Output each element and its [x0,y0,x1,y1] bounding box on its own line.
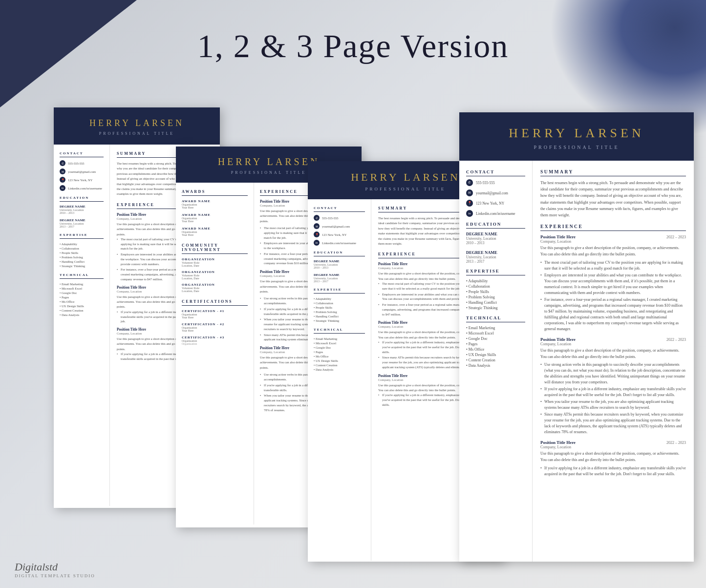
sk4-5: Handling Conflict [466,300,525,305]
cert-name-2: CERTIFICATION - #2 [182,322,248,326]
tech-pages: Pages [60,295,104,299]
sk3-6: Strategic Thinking [314,318,365,323]
sk4-4: Problem Solving [466,294,525,300]
t4-2: Microsoft Excel [466,331,525,336]
p4-b2: Employers are interested in your abiliti… [540,273,686,296]
edu-item-2: DEGREE NAME University, Location 2013 – … [60,218,104,228]
sk4-2: Collaboration [466,284,525,289]
resume-page-4: HERRY LARSEN PROFESSIONAL TITLE CONTACT … [459,112,694,562]
main-4: SUMMARY The best resumes begin with a st… [533,161,694,562]
page-header: 1, 2 & 3 Page Version [197,27,509,65]
t4-3: Google Doc [466,336,525,341]
tech-data: Data Analysis [60,313,104,317]
edu-item-3a: DEGREE NAME University, Location 2010 – … [314,259,365,269]
t3-3: Google Doc [314,345,365,350]
p3-pos-1: Position Title Here [378,262,407,266]
p4-b7: Since many ATSs permit this because recr… [540,412,686,435]
resume-title-1: PROFESSIONAL TITLE [67,131,206,136]
resume-header-1: HERRY LARSEN PROFESSIONAL TITLE [54,107,220,145]
skill-strategic: Strategic Thinking [60,264,104,268]
email-icon-3: ✉ [314,223,320,229]
tech-ux: UX Design Skills [60,304,104,308]
phone-icon: ✆ [60,160,65,166]
p4-pos-3: Position Title Here [540,440,576,445]
cert-1: CERTIFICATION - #1 Organization Year Her… [182,309,248,319]
sidebar-1: CONTACT ✆ 555-555-555 ✉ yourmail@gmail.c… [54,145,110,506]
sk3-5: Handling Conflict [314,314,365,318]
resume-name-4: HERRY LARSEN [475,126,678,141]
org-1: ORGANIZATION Volunteer Role Location, Da… [182,257,248,267]
cert-label: CERTIFICATiONS [182,299,248,306]
p4-b3: For instance, over a four-year period as… [540,297,686,332]
contact-label: CONTACT [60,151,104,157]
contact-email: ✉ yourmail@gmail.com [60,168,104,174]
page-title: 1, 2 & 3 Page Version [197,27,509,65]
t3-7: Content Creation [314,363,365,367]
t4-1: Email Marketing [466,325,525,331]
t4-8: Data Analysis [466,363,525,368]
org-date-3: Location, Date [182,290,248,293]
contact-phone: ✆ 555-555-555 [60,160,104,166]
skill-problem: Problem Solving [60,255,104,259]
contact-li-3: in Linkedin.com/in/username [314,240,365,246]
award-name-2: AWARD NAME [182,213,248,217]
contact-address: 📍 123 New York, NY [60,177,104,183]
sk3-1: Adaptability [314,296,365,301]
p3-pos-3: Position Title Here [378,374,407,378]
edu-4b: DEGREE NAME University, Location 2013 – … [466,250,525,264]
p4-co-3: Company, Location [540,445,686,449]
community-label: COMMUNITY INVOLVMENT [182,243,248,254]
p4-b8: If you're applying for a job in a differ… [540,465,686,477]
t3-8: Data Analysis [314,367,365,372]
loc-icon-4: 📍 [466,200,473,207]
cert-year-1: Year Here [182,316,248,319]
sk3-2: Collaboration [314,301,365,305]
skill-conflict: Handling Conflict [60,259,104,264]
award-year-2: Year Here [182,220,248,223]
exp-head-4a: Position Title Here 2022 – 2023 [540,234,686,239]
t3-5: Ms Office [314,354,365,358]
edu-item-1: DEGREE NAME University, Location 2010 – … [60,205,104,214]
p4-b4: Use strong action verbs in this paragrap… [540,362,686,385]
li-icon-3: in [314,240,320,246]
org-3: ORGANIZATION Volunteer Role Location, Da… [182,283,248,293]
t3-1: Email Marketing [314,336,365,341]
p4-desc-2: Use this paragraph to give a short descr… [540,348,686,360]
skill-adaptability: Adaptability [60,242,104,246]
contact-email-4: ✉ yourmail@gmail.com [466,189,525,196]
contact-addr-3: 📍 123 New York, NY [314,231,365,237]
edu-label-4: EDUCATION [466,222,525,229]
email-icon-4: ✉ [466,189,473,196]
contact-addr-4: 📍 123 New York, NY [466,200,525,207]
award-1: AWARD NAME Organization Year Here [182,199,248,209]
exp-head-4b: Position Title Here 2022 – 2023 [540,337,686,342]
t4-5: Ms Office [466,347,525,352]
contact-phone-4: ✆ 555-555-555 [466,179,525,186]
p4-b6: When you tailor your resume to the job, … [540,399,686,411]
org-2: ORGANIZATION Volunteer Role Location, Da… [182,270,248,280]
p4-b5: If you're applying for a job in a differ… [540,386,686,398]
t4-7: Content Creation [466,357,525,363]
sidebar-4: CONTACT ✆ 555-555-555 ✉ yourmail@gmail.c… [459,161,533,562]
cert-3: CERTIFICATION - #3 Organization Organiza… [182,336,248,345]
tech-excel: Microsoft Excel [60,286,104,291]
cert-2: CERTIFICATION - #2 Organization Year Her… [182,322,248,332]
award-year-3: Year Here [182,233,248,236]
org-name-3: ORGANIZATION [182,283,248,287]
org-name-2: ORGANIZATION [182,270,248,274]
expertise-label-3: EXPERTISE [314,288,365,294]
contact-phone-3: ✆ 555-555-555 [314,215,365,221]
p4-date-1: 2022 – 2023 [666,235,686,239]
loc-icon-3: 📍 [314,231,320,237]
contact-linkedin: in Linkedin.com/in/username [60,185,104,191]
phone-icon-4: ✆ [466,179,473,186]
sk3-3: People Skills [314,305,365,310]
p4-pos-2: Position Title Here [540,337,576,342]
phone-icon-3: ✆ [314,215,320,221]
org-date-1: Location, Date [182,264,248,267]
cert-name-3: CERTIFICATION - #3 [182,336,248,339]
p4-pos-1: Position Title Here [540,234,576,239]
tech-label-4: TECHNICAL [466,315,525,322]
tech-gdoc: Google Doc [60,291,104,295]
t4-6: UX Design Skills [466,352,525,357]
